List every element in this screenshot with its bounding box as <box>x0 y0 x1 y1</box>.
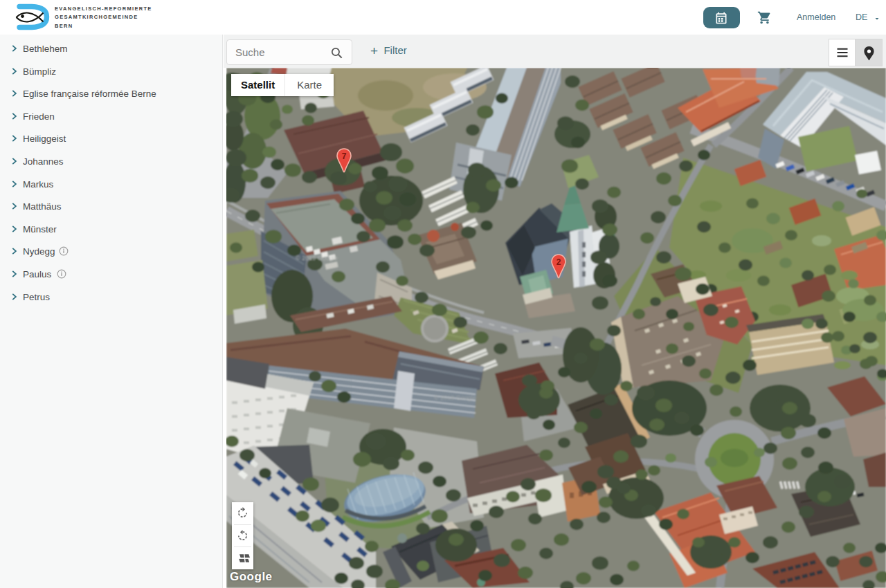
svg-text:2: 2 <box>557 257 561 267</box>
svg-text:© 2019 Google: © 2019 Google <box>434 394 476 401</box>
svg-text:© 2019 Google: © 2019 Google <box>296 255 338 261</box>
svg-text:7: 7 <box>342 151 347 161</box>
